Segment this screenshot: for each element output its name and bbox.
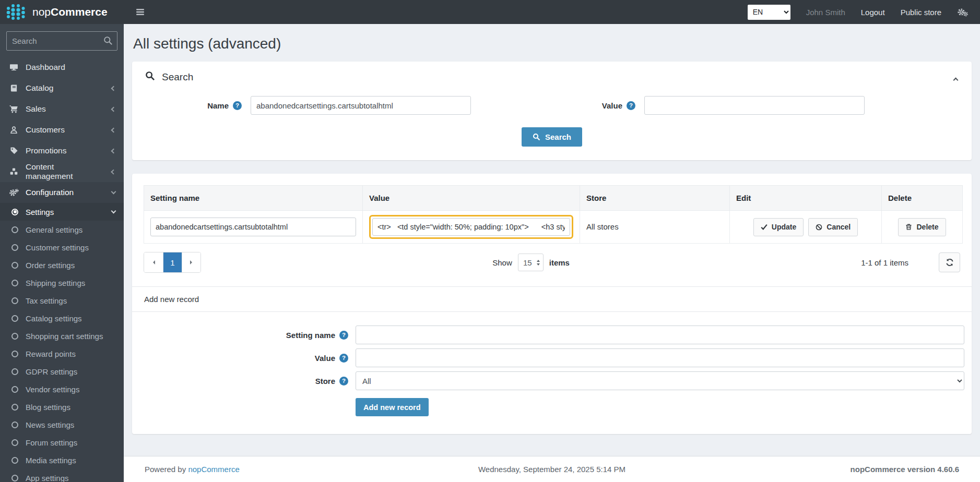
sidebar-item-sales[interactable]: Sales bbox=[0, 99, 124, 119]
row-setting-name-input[interactable] bbox=[150, 218, 356, 236]
chevron-left-icon bbox=[111, 106, 116, 112]
nopcommerce-link[interactable]: nopCommerce bbox=[188, 465, 239, 474]
gears-icon bbox=[9, 188, 19, 197]
help-icon[interactable] bbox=[627, 101, 635, 110]
items-range-label: 1-1 of 1 items bbox=[861, 258, 908, 267]
next-page-button[interactable] bbox=[182, 252, 200, 272]
sidebar-item-app-settings[interactable]: App settings bbox=[0, 469, 124, 482]
prev-page-button[interactable] bbox=[144, 252, 163, 272]
settings-table: Setting name Value Store Edit Delete bbox=[144, 185, 963, 244]
add-new-record-button[interactable]: Add new record bbox=[356, 398, 429, 416]
add-store-select[interactable]: All bbox=[356, 371, 964, 390]
row-store-value: All stores bbox=[586, 222, 619, 231]
circle-icon bbox=[11, 315, 18, 322]
search-panel-title: Search bbox=[162, 71, 193, 83]
sidebar-item-promotions[interactable]: Promotions bbox=[0, 140, 124, 161]
sidebar-item-general-settings[interactable]: General settings bbox=[0, 221, 124, 238]
sidebar-item-news-settings[interactable]: News settings bbox=[0, 416, 124, 433]
sidebar-item-settings[interactable]: Settings bbox=[0, 203, 124, 221]
sidebar-item-shopping-cart-settings[interactable]: Shopping cart settings bbox=[0, 327, 124, 345]
update-button[interactable]: Update bbox=[753, 218, 804, 236]
chevron-left-icon bbox=[111, 86, 116, 91]
footer: Powered by nopCommerce Wednesday, Septem… bbox=[124, 456, 980, 482]
sidebar-item-order-settings[interactable]: Order settings bbox=[0, 256, 124, 274]
items-label: items bbox=[549, 258, 570, 267]
search-panel-header: Search bbox=[132, 71, 972, 83]
topbar: nopCommerce EN John Smith Logout Public … bbox=[0, 0, 980, 24]
column-header-delete: Delete bbox=[882, 186, 963, 211]
settings-gear-icon[interactable] bbox=[957, 7, 969, 17]
collapse-panel-button[interactable] bbox=[954, 75, 958, 84]
sidebar-item-dashboard[interactable]: Dashboard bbox=[0, 57, 124, 78]
cancel-button[interactable]: Cancel bbox=[808, 218, 858, 236]
help-icon[interactable] bbox=[339, 354, 348, 363]
brand-logo[interactable]: nopCommerce bbox=[0, 3, 124, 21]
language-select[interactable]: EN bbox=[748, 5, 790, 20]
chevron-down-icon bbox=[111, 189, 116, 195]
search-value-input[interactable] bbox=[644, 96, 865, 115]
page-number-button[interactable]: 1 bbox=[163, 252, 182, 272]
add-record-form: Setting name Value bbox=[132, 312, 972, 434]
sidebar-item-customer-settings[interactable]: Customer settings bbox=[0, 238, 124, 256]
sidebar-subitem-label: Customer settings bbox=[26, 243, 89, 252]
show-label: Show bbox=[492, 258, 512, 267]
circle-icon bbox=[11, 368, 18, 375]
sidebar-subitem-label: Media settings bbox=[26, 456, 76, 465]
column-header-setting-name: Setting name bbox=[144, 186, 363, 211]
circle-icon bbox=[11, 457, 18, 464]
tag-icon bbox=[9, 147, 19, 155]
sidebar-item-label: Catalog bbox=[26, 83, 53, 93]
page-size-stepper[interactable]: 15 bbox=[518, 254, 544, 271]
sidebar-item-shipping-settings[interactable]: Shipping settings bbox=[0, 274, 124, 292]
sidebar-subitem-label: Blog settings bbox=[26, 403, 70, 412]
sidebar-item-content-management[interactable]: Content management bbox=[0, 161, 124, 182]
circle-icon bbox=[11, 262, 18, 269]
add-store-label: Store bbox=[315, 377, 335, 385]
caret-left-icon bbox=[151, 260, 155, 264]
public-store-link[interactable]: Public store bbox=[901, 8, 941, 17]
circle-icon bbox=[11, 439, 18, 446]
sidebar-subitem-label: Order settings bbox=[26, 261, 75, 270]
help-icon[interactable] bbox=[339, 377, 348, 385]
refresh-icon bbox=[946, 258, 954, 267]
sidebar-item-blog-settings[interactable]: Blog settings bbox=[0, 398, 124, 416]
column-header-store: Store bbox=[580, 186, 730, 211]
chevron-down-icon bbox=[111, 209, 116, 214]
sidebar-item-reward-points[interactable]: Reward points bbox=[0, 345, 124, 363]
search-icon bbox=[145, 71, 155, 83]
pagination-bar: 1 Show 15 items 1-1 of 1 items bbox=[132, 244, 972, 286]
circle-icon bbox=[11, 386, 18, 393]
sidebar-subitem-label: Forum settings bbox=[26, 438, 77, 447]
logged-in-user: John Smith bbox=[806, 8, 845, 17]
row-value-input[interactable] bbox=[372, 218, 570, 236]
sidebar-item-forum-settings[interactable]: Forum settings bbox=[0, 433, 124, 451]
sidebar-item-catalog-settings[interactable]: Catalog settings bbox=[0, 309, 124, 327]
sidebar-item-customers[interactable]: Customers bbox=[0, 119, 124, 140]
page-size-cluster: Show 15 items bbox=[492, 254, 570, 271]
sidebar-item-media-settings[interactable]: Media settings bbox=[0, 451, 124, 469]
sidebar-item-label: Content management bbox=[26, 162, 98, 181]
sidebar-item-catalog[interactable]: Catalog bbox=[0, 78, 124, 99]
logout-link[interactable]: Logout bbox=[861, 8, 885, 17]
search-icon bbox=[533, 133, 540, 141]
sidebar-item-gdpr-settings[interactable]: GDPR settings bbox=[0, 363, 124, 380]
stepper-arrows-icon[interactable] bbox=[537, 258, 543, 267]
add-setting-name-input[interactable] bbox=[356, 326, 964, 344]
sidebar-item-vendor-settings[interactable]: Vendor settings bbox=[0, 380, 124, 398]
sidebar-item-configuration[interactable]: Configuration bbox=[0, 182, 124, 203]
sidebar-subitem-label: General settings bbox=[26, 225, 82, 234]
sidebar-search-input[interactable] bbox=[6, 31, 117, 51]
search-name-input[interactable] bbox=[251, 96, 471, 115]
help-icon[interactable] bbox=[233, 101, 242, 110]
add-value-input[interactable] bbox=[356, 348, 964, 367]
sidebar-toggle-hamburger-icon[interactable] bbox=[136, 8, 144, 16]
search-button[interactable]: Search bbox=[522, 127, 582, 147]
user-icon bbox=[9, 126, 19, 134]
refresh-button[interactable] bbox=[939, 252, 960, 272]
sidebar-item-tax-settings[interactable]: Tax settings bbox=[0, 292, 124, 309]
value-field-label: Value bbox=[602, 101, 622, 110]
circle-icon bbox=[11, 475, 18, 481]
delete-button[interactable]: Delete bbox=[898, 218, 946, 236]
circle-icon bbox=[11, 226, 18, 233]
help-icon[interactable] bbox=[339, 331, 348, 340]
